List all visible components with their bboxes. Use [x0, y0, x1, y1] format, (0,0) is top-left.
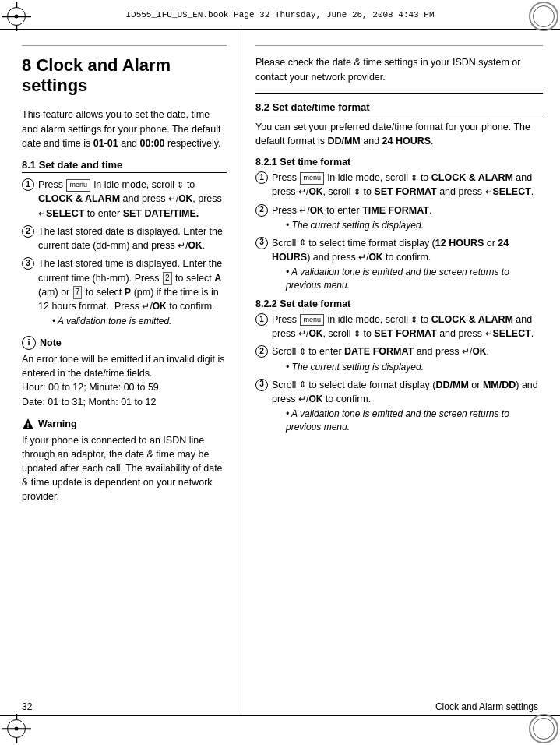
chapter-title: Clock and Alarm settings — [22, 55, 171, 95]
step-num-821-3: 3 — [255, 237, 268, 249]
step-num-2: 2 — [22, 225, 34, 238]
step-821-2-italic: • The current setting is displayed. — [286, 219, 543, 232]
chapter-number: 8 — [22, 55, 31, 75]
intro-bold-2: 00:00 — [140, 138, 165, 149]
note-heading-text: Note — [40, 336, 62, 350]
corner-br — [529, 714, 558, 743]
step-821-1: 1 Press menu in idle mode, scroll ⇕ to C… — [255, 171, 543, 199]
step-822-3: 3 Scroll ⇕ to select date format display… — [255, 378, 543, 434]
menu-key-822: menu — [300, 314, 324, 327]
please-check-text: Please check the date & time settings in… — [255, 55, 543, 85]
steps-list-81: 1 Press menu in idle mode, scroll ⇕ to C… — [22, 178, 227, 328]
s82-bold2: 24 HOURS — [382, 136, 431, 147]
note-text: An error tone will be emitted if an inva… — [22, 352, 227, 409]
step-821-3-content: Scroll ⇕ to select time format display (… — [272, 236, 543, 292]
steps-list-822: 1 Press menu in idle mode, scroll ⇕ to C… — [255, 312, 543, 434]
section-81-heading: 8.1 Set date and time — [22, 159, 227, 173]
step-3-italic: • A validation tone is emitted. — [52, 315, 227, 328]
key-2: 2 — [163, 272, 172, 285]
nav-arrow-1: ⇕ — [177, 179, 184, 192]
step-3-content: The last stored time is displayed. Enter… — [38, 256, 227, 328]
circle-tr — [529, 2, 558, 31]
warning-title: ! Warning — [22, 417, 227, 431]
slash-ok-1: ↵/OK — [168, 192, 192, 206]
top-divider — [22, 45, 227, 46]
section-82-text: You can set your preferred date/time for… — [255, 120, 543, 150]
slash-ok-2: ↵/OK — [178, 239, 202, 252]
intro-bold-1: 01-01 — [93, 138, 118, 149]
corner-tr — [529, 2, 558, 31]
note-title: i Note — [22, 336, 227, 350]
section-822-heading: 8.2.2 Set date format — [255, 298, 543, 309]
right-column: Please check the date & time settings in… — [241, 30, 560, 715]
step-822-3-content: Scroll ⇕ to select date format display (… — [272, 378, 543, 434]
step-num-822-3: 3 — [255, 379, 268, 391]
slash-select-1: ↵ — [38, 207, 46, 221]
corner-bl — [2, 714, 31, 743]
section-82-heading: 8.2 Set date/time format — [255, 101, 543, 115]
menu-key: menu — [66, 179, 90, 192]
step-821-2-content: Press ↵/OK to enter TIME FORMAT. • The c… — [272, 203, 543, 232]
step-num-821-2: 2 — [255, 204, 268, 217]
step-821-3: 3 Scroll ⇕ to select time format display… — [255, 236, 543, 292]
slash-ok-3: ↵/OK — [142, 300, 166, 313]
step-3: 3 The last stored time is displayed. Ent… — [22, 256, 227, 328]
key-7: 7 — [73, 286, 83, 299]
note-box: i Note An error tone will be emitted if … — [22, 336, 227, 409]
step-822-2-content: Scroll ⇕ to enter DATE FORMAT and press … — [272, 344, 543, 373]
step-821-2: 2 Press ↵/OK to enter TIME FORMAT. • The… — [255, 203, 543, 232]
footer-bar — [0, 715, 560, 745]
crosshair-bl — [2, 714, 31, 743]
step-1-content: Press menu in idle mode, scroll ⇕ to CLO… — [38, 178, 227, 221]
warning-icon: ! — [22, 418, 34, 430]
steps-list-821: 1 Press menu in idle mode, scroll ⇕ to C… — [255, 171, 543, 292]
step-822-1: 1 Press menu in idle mode, scroll ⇕ to C… — [255, 312, 543, 341]
step-num-3: 3 — [22, 257, 34, 270]
crosshair-tl — [2, 2, 31, 31]
header-text: ID555_IFU_US_EN.book Page 32 Thursday, J… — [125, 10, 434, 19]
step-821-3-italic: • A validation tone is emitted and the s… — [286, 266, 543, 292]
page-number: 32 — [22, 701, 32, 712]
divider-82 — [255, 93, 543, 94]
warning-triangle-wrapper: ! — [22, 418, 34, 430]
header-bar: ID555_IFU_US_EN.book Page 32 Thursday, J… — [0, 0, 560, 30]
step-2-content: The last stored date is displayed. Enter… — [38, 224, 227, 253]
step-num-822-1: 1 — [255, 313, 268, 326]
intro-paragraph: This feature allows you to set the date,… — [22, 108, 227, 151]
step-1: 1 Press menu in idle mode, scroll ⇕ to C… — [22, 178, 227, 221]
step-num-822-2: 2 — [255, 345, 268, 358]
menu-key-821: menu — [300, 172, 324, 185]
left-column: 8 Clock and Alarm settings This feature … — [0, 30, 241, 715]
warning-heading-text: Warning — [38, 417, 77, 431]
warning-box: ! Warning If your phone is connected to … — [22, 417, 227, 504]
step-num-821-1: 1 — [255, 171, 268, 184]
page-footer: 32 Clock and Alarm settings — [0, 701, 560, 712]
step-822-1-content: Press menu in idle mode, scroll ⇕ to CLO… — [272, 312, 543, 341]
right-top-divider — [255, 45, 543, 46]
chapter-heading: 8 Clock and Alarm settings — [22, 55, 227, 97]
corner-tl — [2, 2, 31, 31]
circle-br — [529, 714, 558, 743]
step-822-2: 2 Scroll ⇕ to enter DATE FORMAT and pres… — [255, 344, 543, 373]
section-821-heading: 8.2.1 Set time format — [255, 157, 543, 168]
s82-bold1: DD/MM — [327, 136, 360, 147]
warning-text: If your phone is connected to an ISDN li… — [22, 433, 227, 504]
please-check-content: Please check the date & time settings in… — [255, 57, 520, 83]
step-num-1: 1 — [22, 178, 34, 191]
step-821-1-content: Press menu in idle mode, scroll ⇕ to CLO… — [272, 171, 543, 199]
step-2: 2 The last stored date is displayed. Ent… — [22, 224, 227, 253]
step-822-2-italic: • The current setting is displayed. — [286, 361, 543, 374]
svg-text:!: ! — [27, 422, 30, 429]
step-822-3-italic: • A validation tone is emitted and the s… — [286, 408, 543, 434]
footer-section-title: Clock and Alarm settings — [435, 701, 538, 712]
note-icon: i — [22, 336, 36, 350]
content-area: 8 Clock and Alarm settings This feature … — [0, 30, 560, 715]
